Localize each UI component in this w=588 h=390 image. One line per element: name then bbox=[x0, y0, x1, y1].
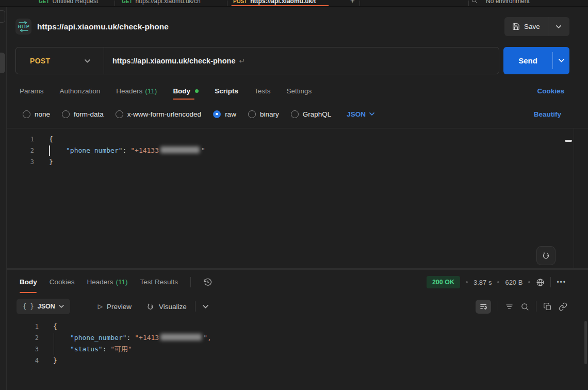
workspace-tab-untitled[interactable]: GETUntitled Request bbox=[39, 0, 98, 7]
environment-selector[interactable]: No environment bbox=[486, 0, 530, 7]
response-time[interactable]: 3.87 s bbox=[473, 279, 492, 286]
new-tab-button[interactable]: + bbox=[350, 0, 355, 5]
response-size[interactable]: 620 B bbox=[505, 279, 522, 286]
divider bbox=[498, 301, 498, 312]
save-button-label: Save bbox=[524, 23, 540, 30]
response-body-editor[interactable]: 1 { 2 "phone_number": "+1413", 3 "status… bbox=[7, 317, 588, 390]
wrap-lines-icon[interactable] bbox=[476, 300, 491, 314]
tab-authorization[interactable]: Authorization bbox=[60, 81, 101, 101]
radio-label: GraphQL bbox=[303, 110, 332, 118]
radio-label: x-www-form-urlencoded bbox=[127, 110, 201, 118]
response-header-bar: Body Cookies Headers(11) Test Results 20… bbox=[7, 269, 588, 294]
method-selector[interactable]: POST bbox=[30, 47, 50, 74]
url-value: https://api.xiaomu.uk/check-phone bbox=[112, 57, 235, 65]
save-icon bbox=[512, 23, 520, 30]
code-text: "phone_number": "+14133" bbox=[49, 145, 205, 156]
indent-guide bbox=[54, 333, 54, 355]
method-badge: GET bbox=[122, 0, 133, 4]
method-badge: POST bbox=[233, 0, 247, 4]
headers-count-badge: (11) bbox=[145, 87, 157, 95]
divider bbox=[104, 47, 104, 74]
chevron-down-icon bbox=[559, 59, 564, 62]
sparkle-orb-icon bbox=[146, 302, 155, 311]
more-options-icon[interactable]: ••• bbox=[557, 279, 566, 286]
tab-headers[interactable]: Headers(11) bbox=[116, 81, 157, 101]
radio-binary[interactable]: binary bbox=[248, 110, 279, 118]
tab-body-active[interactable]: Body bbox=[173, 81, 199, 101]
divider bbox=[550, 277, 551, 287]
tab-label: Params bbox=[20, 87, 44, 95]
tab-settings[interactable]: Settings bbox=[286, 81, 312, 101]
send-button[interactable]: Send bbox=[503, 56, 552, 65]
radio-form-data[interactable]: form-data bbox=[62, 110, 104, 118]
url-input[interactable]: https://api.xiaomu.uk/check-phone ↵ bbox=[112, 47, 245, 74]
radio-graphql[interactable]: GraphQL bbox=[291, 110, 332, 118]
tab-divider bbox=[227, 1, 227, 7]
code-line: 1 { bbox=[7, 321, 588, 332]
search-icon[interactable] bbox=[520, 302, 529, 311]
preview-label: Preview bbox=[107, 303, 132, 311]
tab-label: Scripts bbox=[215, 87, 238, 95]
radio-raw-selected[interactable]: raw bbox=[213, 110, 236, 118]
tab-params[interactable]: Params bbox=[20, 81, 44, 101]
preview-button[interactable]: ▷ Preview bbox=[98, 303, 132, 311]
status-badge[interactable]: 200 OK bbox=[427, 276, 460, 288]
braces-icon: { } bbox=[23, 303, 34, 310]
line-number: 4 bbox=[7, 355, 39, 366]
scrollbar-track-line bbox=[574, 128, 574, 268]
filter-icon[interactable] bbox=[505, 302, 514, 311]
tab-label: https://api.xiaomu.uk/ch bbox=[136, 0, 201, 5]
format-label: JSON bbox=[38, 303, 55, 310]
line-number: 2 bbox=[7, 145, 34, 156]
request-tab-bar: Params Authorization Headers(11) Body Sc… bbox=[7, 81, 588, 101]
search-icon[interactable] bbox=[471, 0, 478, 4]
sidebar-collapsed-strip[interactable] bbox=[0, 7, 7, 390]
send-options-button[interactable] bbox=[553, 59, 569, 62]
code-line: 4 } bbox=[7, 355, 588, 366]
response-tab-test-results[interactable]: Test Results bbox=[140, 270, 178, 295]
radio-circle bbox=[248, 110, 256, 118]
chevron-down-icon[interactable] bbox=[203, 305, 208, 308]
radio-x-www-form-urlencoded[interactable]: x-www-form-urlencoded bbox=[116, 110, 201, 118]
save-options-button[interactable] bbox=[548, 17, 569, 36]
divider bbox=[195, 301, 195, 312]
tab-scripts[interactable]: Scripts bbox=[215, 81, 238, 101]
code-text: } bbox=[49, 156, 53, 168]
globe-network-icon[interactable] bbox=[536, 278, 545, 287]
radio-label: form-data bbox=[74, 110, 104, 118]
body-content-dot bbox=[195, 89, 199, 93]
chevron-down-icon[interactable] bbox=[85, 59, 90, 63]
response-tab-body-active[interactable]: Body bbox=[20, 270, 37, 295]
response-history-icon[interactable] bbox=[203, 278, 213, 287]
save-button[interactable]: Save bbox=[504, 17, 548, 36]
sparkle-orb-icon bbox=[541, 251, 551, 261]
copy-icon[interactable] bbox=[543, 302, 552, 311]
language-selector[interactable]: JSON bbox=[347, 110, 374, 118]
radio-circle bbox=[62, 110, 70, 118]
redacted-value bbox=[160, 334, 202, 340]
request-body-editor[interactable]: 1 { 2 "phone_number": "+14133" 3 } bbox=[7, 128, 588, 269]
tab-divider bbox=[360, 1, 360, 7]
tab-label: Settings bbox=[286, 87, 312, 95]
response-scrollbar-thumb[interactable] bbox=[584, 321, 587, 364]
response-tab-cookies[interactable]: Cookies bbox=[50, 270, 75, 295]
http-request-icon: HTTP bbox=[15, 19, 31, 35]
workspace-tab-get-request[interactable]: GEThttps://api.xiaomu.uk/ch bbox=[122, 0, 201, 7]
radio-none[interactable]: none bbox=[23, 110, 50, 118]
radio-circle bbox=[23, 110, 30, 118]
tab-divider bbox=[468, 1, 469, 7]
headers-count-badge: (11) bbox=[116, 278, 128, 286]
tab-tests[interactable]: Tests bbox=[254, 81, 271, 101]
editor-scrollbar-thumb[interactable] bbox=[565, 140, 572, 142]
cookies-link[interactable]: Cookies bbox=[537, 81, 564, 101]
tab-label: Headers bbox=[116, 87, 142, 95]
link-icon[interactable] bbox=[559, 302, 567, 311]
response-tab-headers[interactable]: Headers(11) bbox=[87, 270, 128, 295]
response-format-selector[interactable]: { } JSON bbox=[17, 299, 70, 314]
body-mode-bar: none form-data x-www-form-urlencoded raw… bbox=[7, 105, 588, 123]
visualize-button[interactable]: Visualize bbox=[146, 302, 187, 311]
radio-circle bbox=[291, 110, 299, 118]
postbot-ai-button[interactable] bbox=[536, 246, 556, 265]
response-icon-toolbar bbox=[476, 296, 567, 317]
beautify-link[interactable]: Beautify bbox=[534, 110, 561, 118]
